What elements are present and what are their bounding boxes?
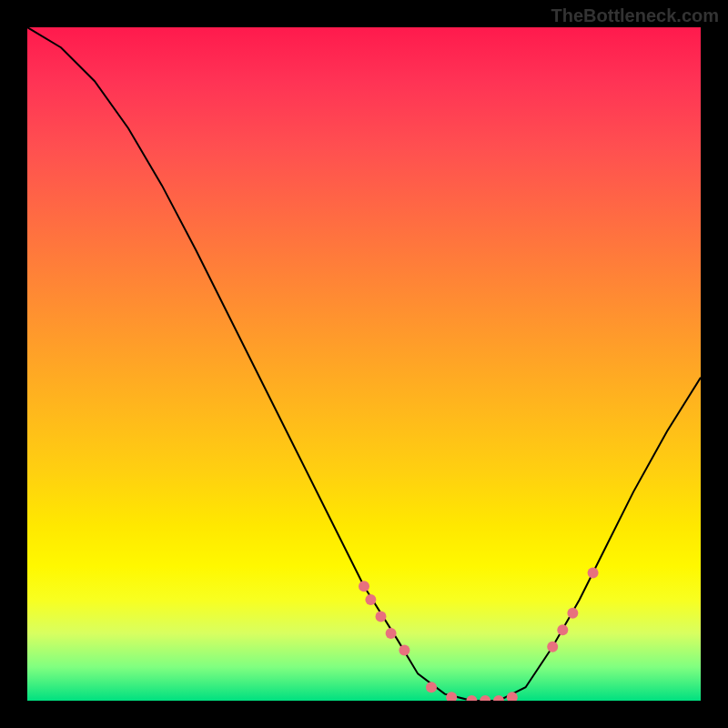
scatter-dot [365, 594, 376, 605]
scatter-dot [507, 692, 518, 701]
scatter-dot [567, 608, 578, 619]
scatter-dot [376, 612, 387, 622]
scatter-dot [399, 645, 410, 656]
chart-plot-area [27, 27, 701, 701]
scatter-dot [547, 642, 558, 652]
bottleneck-curve [27, 27, 701, 701]
scatter-dot [359, 581, 369, 592]
scatter-dot [426, 682, 437, 693]
scatter-dot [466, 695, 477, 701]
scatter-dot [557, 624, 568, 635]
watermark-text: TheBottleneck.com [551, 5, 719, 26]
scatter-dot [480, 695, 490, 701]
chart-svg [27, 27, 701, 701]
scatter-dot [446, 692, 457, 701]
scatter-dot [588, 567, 599, 578]
scatter-dots-group [359, 567, 599, 701]
scatter-dot [493, 695, 504, 701]
scatter-dot [386, 628, 397, 639]
